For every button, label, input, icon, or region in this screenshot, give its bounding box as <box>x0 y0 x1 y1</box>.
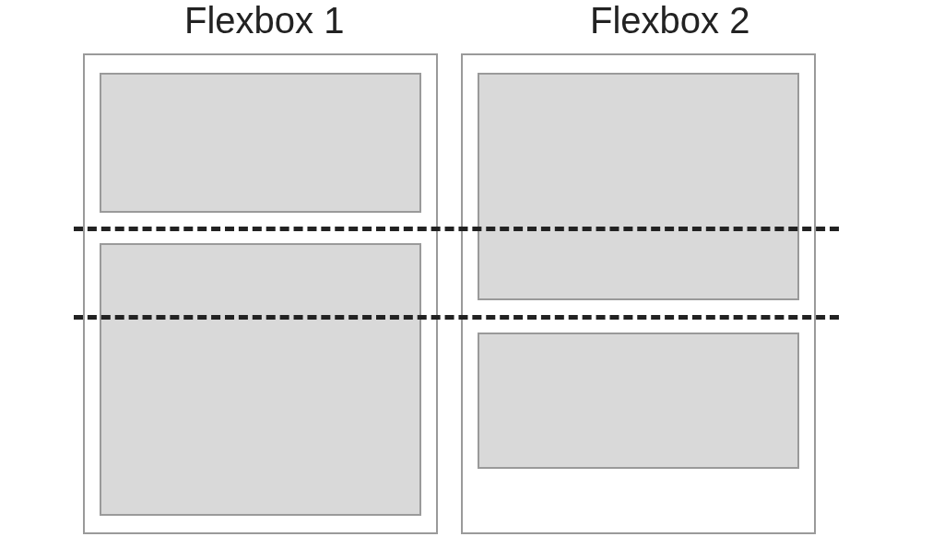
flexbox-1-title: Flexbox 1 <box>184 0 344 41</box>
flexbox-2-item-top <box>478 73 799 300</box>
flexbox-2-item-bottom <box>478 332 799 469</box>
flexbox-1-item-top <box>100 73 421 213</box>
flexbox-diagram: Flexbox 1 Flexbox 2 <box>0 0 944 560</box>
alignment-guide-lower <box>74 315 839 320</box>
alignment-guide-upper <box>74 227 839 231</box>
flexbox-2-title: Flexbox 2 <box>590 0 749 41</box>
flexbox-1-item-bottom <box>100 243 421 516</box>
